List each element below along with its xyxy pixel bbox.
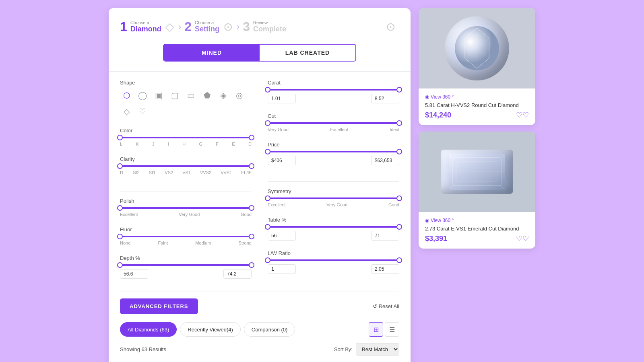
view360-2[interactable]: ◉ View 360 ° bbox=[425, 218, 529, 223]
carat-fill bbox=[268, 89, 399, 90]
depth-fill bbox=[120, 264, 252, 266]
depth-track[interactable] bbox=[120, 264, 252, 266]
polish-thumb-left[interactable] bbox=[117, 205, 123, 211]
sort-select[interactable]: Best Match bbox=[356, 343, 399, 356]
price-filter: Price bbox=[268, 142, 399, 165]
shape-cushion[interactable]: ▣ bbox=[152, 89, 165, 102]
view-icons-group: ⊞ ☰ bbox=[369, 322, 399, 337]
depth-min-input[interactable] bbox=[120, 269, 148, 279]
color-thumb-left[interactable] bbox=[117, 135, 123, 140]
view360-1[interactable]: ◉ View 360 ° bbox=[425, 94, 529, 100]
diamond-title-1: 5.81 Carat H-VVS2 Round Cut Diamond bbox=[425, 102, 529, 108]
polish-track[interactable] bbox=[120, 207, 252, 209]
lw-ratio-track[interactable] bbox=[268, 259, 399, 261]
shape-princess[interactable]: ▢ bbox=[168, 89, 181, 102]
polish-thumb-right[interactable] bbox=[249, 205, 254, 211]
color-label: Color bbox=[120, 128, 252, 134]
cut-track[interactable] bbox=[268, 122, 399, 124]
step-3-label: Review Complete bbox=[253, 20, 286, 33]
round-diamond-visual bbox=[445, 16, 509, 80]
lw-ratio-max-input[interactable] bbox=[371, 264, 399, 274]
price-track[interactable] bbox=[268, 151, 399, 152]
table-thumb-left[interactable] bbox=[265, 224, 270, 230]
spacer-2 bbox=[268, 175, 399, 181]
depth-thumb-left[interactable] bbox=[117, 262, 123, 268]
carat-values bbox=[268, 94, 399, 103]
carat-track[interactable] bbox=[268, 89, 399, 90]
advanced-filters-button[interactable]: ADVANCED FILTERS bbox=[120, 298, 198, 314]
wishlist-button-2[interactable]: ♡♡ bbox=[516, 234, 529, 243]
cut-thumb-left[interactable] bbox=[265, 120, 270, 126]
color-filter: Color L K J I H G F E bbox=[120, 128, 252, 146]
carat-thumb-left[interactable] bbox=[265, 87, 270, 93]
right-panel: ◉ View 360 ° 5.81 Carat H-VVS2 Round Cut… bbox=[419, 8, 535, 362]
shape-marquise[interactable]: ◇ bbox=[120, 105, 133, 118]
depth-thumb-right[interactable] bbox=[249, 262, 254, 268]
table-values bbox=[268, 231, 399, 241]
cut-thumb-right[interactable] bbox=[396, 120, 402, 126]
step-arrow-2: › bbox=[237, 22, 239, 32]
grid-view-button[interactable]: ⊞ bbox=[369, 322, 383, 337]
tab-comparison[interactable]: Comparison (0) bbox=[244, 322, 295, 337]
price-min-input[interactable] bbox=[268, 156, 296, 165]
table-track[interactable] bbox=[268, 226, 399, 228]
depth-max-input[interactable] bbox=[223, 269, 252, 279]
ring-icon-1: ⊙ bbox=[223, 20, 233, 33]
tab-recently-viewed[interactable]: Recently Viewed(4) bbox=[180, 322, 240, 337]
wishlist-button-1[interactable]: ♡♡ bbox=[516, 111, 529, 119]
fluor-track[interactable] bbox=[120, 236, 252, 237]
lw-ratio-min-input[interactable] bbox=[268, 264, 296, 274]
action-row: ADVANCED FILTERS ↺ Reset All bbox=[120, 292, 399, 314]
step-1[interactable]: 1 Choose a Diamond bbox=[120, 19, 161, 34]
list-view-button[interactable]: ☰ bbox=[385, 322, 399, 337]
symmetry-thumb-right[interactable] bbox=[396, 195, 402, 201]
carat-min-input[interactable] bbox=[268, 94, 296, 103]
diamond-image-2 bbox=[419, 132, 535, 212]
tab-all-diamonds[interactable]: All Diamonds (63) bbox=[120, 322, 177, 337]
step-2-label: Choose a Setting bbox=[195, 20, 219, 33]
cut-tick-labels: Very Good Excellent Ideal bbox=[268, 127, 399, 132]
symmetry-tick-labels: Excellent Very Good Good bbox=[268, 202, 399, 207]
symmetry-thumb-left[interactable] bbox=[265, 195, 270, 201]
shape-asscher[interactable]: ◎ bbox=[233, 89, 246, 102]
fluor-label: Fluor bbox=[120, 226, 252, 232]
price-max-input[interactable] bbox=[371, 156, 399, 165]
carat-max-input[interactable] bbox=[371, 94, 399, 103]
fluor-thumb-right[interactable] bbox=[249, 234, 254, 239]
shape-pear[interactable]: ⬟ bbox=[200, 89, 213, 102]
shape-heart[interactable]: ♡ bbox=[136, 105, 149, 118]
diamond-card-2: ◉ View 360 ° 2.73 Carat E-VS1 Emerald Cu… bbox=[419, 132, 535, 249]
mined-button[interactable]: MINED bbox=[164, 45, 260, 61]
color-tick-labels: L K J I H G F E D bbox=[120, 142, 252, 146]
table-max-input[interactable] bbox=[371, 231, 399, 241]
clarity-thumb-right[interactable] bbox=[249, 163, 254, 169]
diamond-price-1: $14,240 bbox=[425, 111, 451, 119]
clarity-track[interactable] bbox=[120, 165, 252, 167]
clarity-thumb-left[interactable] bbox=[117, 163, 123, 169]
carat-thumb-right[interactable] bbox=[396, 87, 402, 93]
shape-radiant[interactable]: ◈ bbox=[217, 89, 229, 102]
clarity-tick-labels: I1 SI2 SI1 VS2 VS1 VVS2 VVS1 FL/IF bbox=[120, 170, 252, 175]
lab-created-button[interactable]: LAB CREATED bbox=[260, 45, 355, 61]
polish-filter: Polish Excellent Very Good Good bbox=[120, 198, 252, 217]
fluor-thumb-left[interactable] bbox=[117, 234, 123, 239]
symmetry-track[interactable] bbox=[268, 197, 399, 199]
results-footer: Showing 63 Results Sort By: Best Match bbox=[120, 343, 399, 356]
lw-ratio-thumb-right[interactable] bbox=[396, 257, 402, 263]
diamond-icon-1: ◇ bbox=[165, 20, 174, 33]
table-min-input[interactable] bbox=[268, 231, 296, 241]
color-thumb-right[interactable] bbox=[249, 135, 254, 140]
color-track[interactable] bbox=[120, 137, 252, 138]
step-2[interactable]: 2 Choose a Setting bbox=[184, 19, 219, 34]
price-thumb-right[interactable] bbox=[396, 149, 402, 154]
reset-all-button[interactable]: ↺ Reset All bbox=[373, 303, 399, 309]
sort-group: Sort By: Best Match bbox=[334, 343, 399, 356]
shape-round[interactable]: ⬡ bbox=[120, 89, 133, 102]
shape-emerald[interactable]: ▭ bbox=[184, 89, 197, 102]
shape-oval[interactable]: ◯ bbox=[136, 89, 149, 102]
lw-ratio-thumb-left[interactable] bbox=[265, 257, 270, 263]
step-3[interactable]: 3 Review Complete bbox=[243, 19, 286, 34]
price-thumb-left[interactable] bbox=[265, 149, 270, 154]
table-thumb-right[interactable] bbox=[396, 224, 402, 230]
depth-filter: Depth % bbox=[120, 255, 252, 279]
